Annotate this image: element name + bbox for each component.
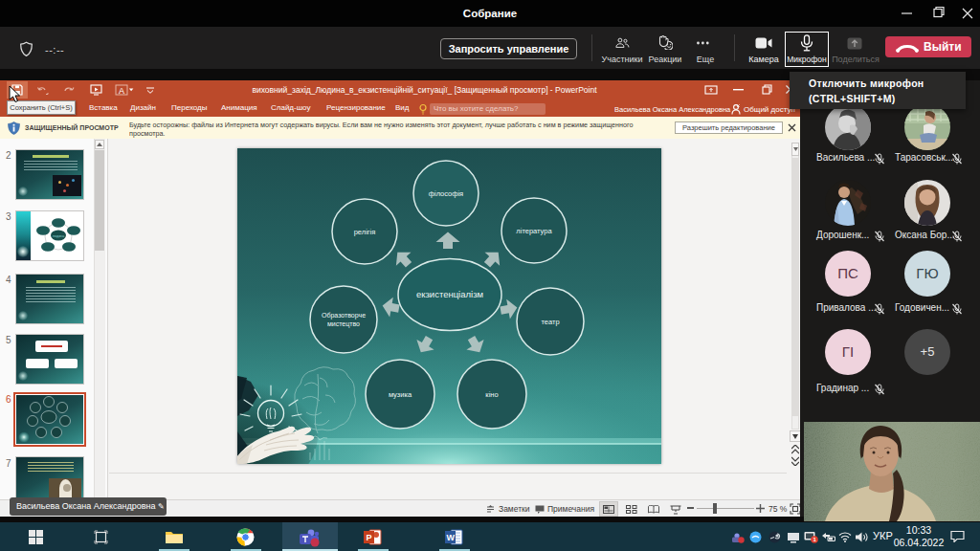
svg-text:релігія: релігія [354, 228, 376, 236]
svg-text:людина: людина [53, 234, 65, 238]
svg-text:W: W [447, 533, 456, 542]
svg-text:P: P [367, 533, 372, 542]
svg-text:екзистенціалізм: екзистенціалізм [416, 289, 483, 299]
svg-text:література: література [516, 227, 552, 235]
svg-text:театр: театр [541, 318, 559, 326]
svg-text:мистецтво: мистецтво [327, 320, 360, 328]
svg-text:кіно: кіно [485, 390, 498, 399]
svg-text:A: A [119, 86, 124, 96]
svg-text:музика: музика [389, 390, 412, 399]
svg-text:філософія: філософія [429, 189, 463, 198]
svg-text:Образотворче: Образотворче [322, 312, 366, 320]
